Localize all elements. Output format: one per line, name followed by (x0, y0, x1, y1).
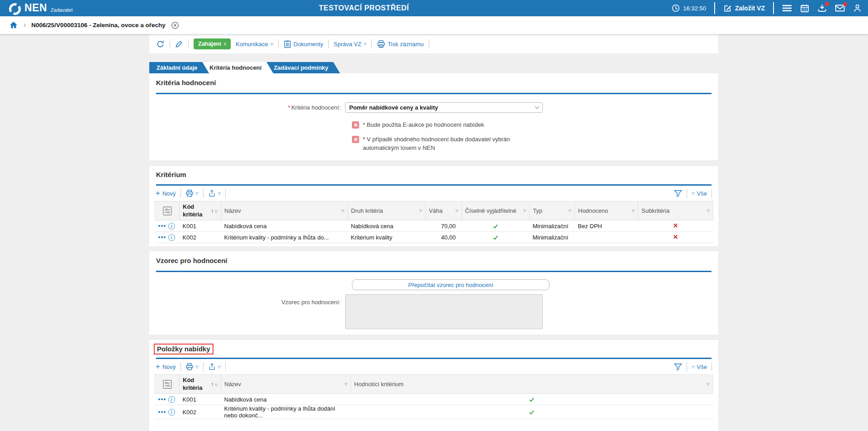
header-subkriteria[interactable]: Subkritéria▽ (638, 201, 713, 220)
row-actions-icon[interactable] (158, 398, 166, 400)
header-hodnotici-kriterium[interactable]: Hodnotící kritérium▽ (351, 375, 713, 394)
export-icon (208, 363, 216, 371)
clock-icon (672, 4, 680, 12)
view-all-button[interactable]: ▽ Vše (692, 364, 707, 370)
header-hodnoceno[interactable]: Hodnoceno▽ (575, 201, 638, 220)
header-typ[interactable]: Typ▽ (530, 201, 575, 220)
table-row[interactable]: i K001 Nabídková cena Nabídková cena 70,… (155, 220, 713, 232)
chevron-down-icon: ▽ (218, 365, 221, 369)
toolbar-separator (328, 39, 329, 48)
kriterium-table: Kód kritéria↑▽ Název▽ Druh kritéria▽ Váh… (155, 201, 713, 243)
menu-button[interactable] (782, 4, 792, 12)
print-grid-button[interactable]: ▽ (185, 189, 199, 197)
tab-zakladni-udaje[interactable]: Základní údaje (149, 62, 209, 73)
create-vz-button[interactable]: Založit VZ (723, 4, 765, 13)
header-separator (773, 2, 774, 14)
chevron-down-icon: ▽ (218, 192, 221, 196)
new-button[interactable]: + Nový (156, 364, 176, 370)
tab-zadavaci-podminky[interactable]: Zadávací podmínky (266, 62, 340, 73)
section-polozky-nabidky: Položky nabídky + Nový ▽ (149, 340, 718, 431)
table-header-row: Kód kritéria↑▽ Název▽ Hodnotící kritériu… (155, 375, 713, 394)
new-button[interactable]: + Nový (156, 190, 176, 197)
view-all-button[interactable]: ▽ Vše (692, 190, 707, 197)
header-kod-kriteria[interactable]: Kód kritéria↑▽ (180, 201, 221, 220)
nen-logo-icon (8, 2, 22, 16)
komunikace-menu[interactable]: Komunikace ▽ (236, 41, 273, 48)
kriteria-hodnoceni-select[interactable]: Poměr nabídkové ceny a kvality (345, 102, 543, 113)
flag-label: * V případě shodného hodnocení bude doda… (363, 135, 546, 153)
row-actions-icon[interactable] (158, 236, 166, 238)
tisk-zaznamu-button[interactable]: Tisk záznamu (377, 40, 424, 48)
breadcrumb-item[interactable]: N006/25/V00003106 - Zelenina, ovoce a oř… (31, 22, 165, 29)
section-title: Položky nabídky (157, 345, 210, 353)
export-button[interactable]: ▽ (208, 189, 221, 197)
user-button[interactable] (853, 4, 862, 13)
home-icon[interactable] (9, 21, 18, 29)
edit-button[interactable] (175, 40, 183, 48)
header-nazev[interactable]: Název▽ (221, 201, 348, 220)
new-label: Nový (162, 364, 176, 370)
filter-chevron-icon: ▽ (342, 209, 344, 213)
cell-ciselne (462, 232, 530, 243)
print-grid-button[interactable]: ▽ (185, 363, 199, 371)
printer-icon (185, 189, 194, 197)
table-row[interactable]: i K002 Kritérium kvality - podmínky a lh… (155, 405, 713, 419)
view-all-label: Vše (697, 190, 707, 197)
user-icon (853, 4, 862, 13)
cell-hodnoceno (575, 232, 638, 243)
row-actions-icon[interactable] (158, 225, 166, 227)
header-vaha[interactable]: Váha▽ (426, 201, 462, 220)
toolbar-separator (278, 39, 279, 48)
export-button[interactable]: ▽ (208, 363, 221, 371)
filter-chevron-icon: ▽ (707, 382, 709, 386)
dokumenty-label: Dokumenty (294, 41, 323, 48)
zahajeni-button[interactable]: Zahájeni ▽ (194, 38, 231, 49)
flag-eaukce[interactable]: * Bude použita E-aukce po hodnocení nabí… (352, 121, 718, 129)
sprava-vz-menu[interactable]: Správa VZ ▽ (334, 41, 367, 48)
cross-icon (673, 223, 678, 228)
filter-chevron-icon: ▽ (523, 209, 526, 213)
filter-button[interactable] (674, 190, 682, 197)
info-icon[interactable]: i (168, 409, 175, 416)
filter-chevron-icon: ▽ (419, 209, 422, 213)
cell-subkriteria (638, 232, 713, 243)
check-icon (493, 223, 498, 228)
chevron-down-icon (535, 105, 540, 109)
cell-subkriteria (638, 220, 713, 232)
header-ciselne-vyjadritelne[interactable]: Číselně vyjádřitelné▽ (462, 201, 530, 220)
tab-kriteria-hodnoceni[interactable]: Kritéria hodnocení (202, 62, 273, 73)
refresh-button[interactable] (156, 40, 165, 48)
dokumenty-button[interactable]: Dokumenty (284, 40, 323, 48)
cross-icon (673, 235, 678, 239)
info-icon[interactable]: i (168, 223, 175, 230)
vzorec-textarea[interactable] (345, 294, 543, 329)
cell-nazev: Kritérium kvality - podmínky a lhůta do.… (221, 232, 348, 243)
chevron-down-icon: ▽ (270, 42, 273, 46)
column-settings-header[interactable] (155, 201, 180, 220)
flag-shodne-hodnoceni[interactable]: * V případě shodného hodnocení bude doda… (352, 135, 718, 153)
row-actions-icon[interactable] (158, 411, 166, 413)
recalculate-formula-button[interactable]: Přepočítat vzorec pro hodnocení (352, 279, 550, 290)
messages-button[interactable] (835, 4, 845, 12)
filter-chevron-icon: ▽ (632, 209, 635, 213)
column-settings-header[interactable] (155, 375, 180, 394)
table-row[interactable]: i K002 Kritérium kvality - podmínky a lh… (155, 232, 713, 243)
close-record-icon[interactable] (171, 21, 179, 29)
calendar-button[interactable] (800, 4, 809, 13)
toolbar-separator (687, 189, 687, 198)
export-icon (208, 189, 216, 197)
header-druh-kriteria[interactable]: Druh kritéria▽ (348, 201, 426, 220)
check-icon (493, 235, 498, 239)
app-logo[interactable]: NEN Zadavatel (8, 1, 72, 16)
info-icon[interactable]: i (168, 396, 175, 403)
cell-hodnotici (351, 394, 713, 405)
info-icon[interactable]: i (168, 234, 175, 241)
filter-button[interactable] (674, 363, 682, 371)
vzorec-label: Vzorec pro hodnocení: (149, 299, 345, 329)
table-row[interactable]: i K001 Nabídková cena (155, 394, 713, 405)
header-kod-kriteria[interactable]: Kód kritéria↑▽ (180, 375, 221, 394)
downloads-button[interactable] (817, 4, 827, 13)
check-icon (529, 397, 534, 402)
header-nazev[interactable]: Název▽ (221, 375, 351, 394)
selected-value: Poměr nabídkové ceny a kvality (349, 104, 536, 111)
